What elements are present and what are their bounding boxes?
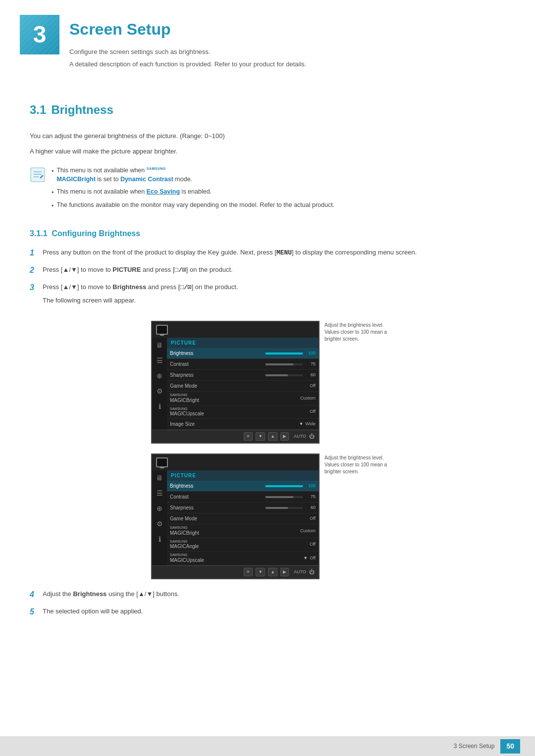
s2-magicupscale-value: Off	[310, 555, 316, 562]
note-line-3: • The functions available on the monitor…	[52, 201, 505, 211]
step-num-3: 3	[30, 282, 38, 294]
s2-btn-enter: ▶	[280, 568, 289, 577]
s2-brightness-bar	[266, 485, 303, 487]
bullet-3: •	[52, 202, 54, 211]
sidebar-icon-info: ℹ	[159, 400, 161, 413]
screen1-row-brightness: Brightness 100	[167, 348, 319, 359]
s2-magicangle-value: Off	[310, 541, 316, 548]
note-line-1: • This menu is not available when SAMSUN…	[52, 166, 505, 185]
screen1-row-imagesize: Image Size ▼ Wide	[167, 419, 319, 430]
chapter-number: 3	[33, 17, 47, 52]
step-5: 5 The selected option will be applied.	[30, 606, 505, 618]
sidebar-icon-menu: ☰	[157, 354, 163, 367]
screen2-row-brightness: Brightness 100	[167, 481, 319, 492]
monitor-icon-2	[156, 457, 168, 467]
s2-sharpness-fill	[266, 507, 288, 509]
screen1-row-gamemode: Game Mode Off	[167, 381, 319, 392]
section-31-para1: You can adjust the general brightness of…	[30, 131, 505, 142]
s2-sharpness-value: 60	[305, 504, 316, 511]
s2-brightness-label: Brightness	[170, 482, 266, 490]
screen2-sidebar: 🖥 ☰ ⊕ ⚙ ℹ	[152, 470, 167, 565]
s2-btn-x: ✕	[244, 568, 253, 577]
imagesize-value: Wide	[305, 421, 316, 428]
sharpness-bar	[266, 374, 303, 376]
step-3-sub: The following screen will appear.	[43, 296, 238, 306]
step-num-5: 5	[30, 606, 38, 618]
brightness-bold-ref: Brightness	[73, 590, 107, 598]
step-text-3: Press [▲/▼] to move to Brightness and pr…	[43, 283, 238, 291]
gamemode-value: Off	[310, 383, 316, 390]
s2-magicbright-label: SAMSUNGMAGICBright	[170, 526, 300, 536]
note-icon	[30, 167, 46, 183]
row-magicbright-label: SAMSUNGMAGICBright	[170, 393, 300, 403]
screen1-sidebar: 🖥 ☰ ⊕ ⚙ ℹ	[152, 338, 167, 430]
s2-gamemode-value: Off	[310, 515, 316, 522]
s2-sidebar-icon-info: ℹ	[159, 533, 161, 546]
s2-btn-down: ▼	[256, 568, 265, 577]
step-1: 1 Press any button on the front of the p…	[30, 248, 505, 259]
screen2-menu-title: PICTURE	[167, 470, 319, 481]
screen1-note: Adjust the brightness level. Values clos…	[324, 321, 394, 343]
screen1-bottom-bar: ✕ ▼ ▲ ▶ AUTO ⏻	[152, 430, 319, 443]
screen1-body: 🖥 ☰ ⊕ ⚙ ℹ PICTURE Brightness	[152, 338, 319, 430]
note-text-3: The functions available on the monitor m…	[56, 201, 334, 210]
screen2-row-magicangle: SAMSUNGMAGICAngle Off	[167, 538, 319, 552]
s2-btn-auto: AUTO	[294, 569, 306, 576]
s2-sidebar-icon-monitor: 🖥	[156, 471, 163, 485]
monitor-icon-1	[156, 325, 168, 335]
magicbright-value: Custom	[300, 395, 316, 402]
screen2-row-gamemode: Game Mode Off	[167, 513, 319, 524]
screen1-menu-title: PICTURE	[167, 338, 319, 348]
row-contrast-label: Contrast	[170, 360, 266, 368]
s2-gamemode-label: Game Mode	[170, 515, 310, 522]
screen1-row-contrast: Contrast 75	[167, 359, 319, 370]
s2-sharpness-bar	[266, 507, 303, 509]
section-31-number: 3.1	[30, 103, 46, 116]
picture-ref: PICTURE	[112, 266, 141, 273]
screen1-row-sharpness: Sharpness 60	[167, 370, 319, 381]
brightness-bar-fill	[266, 353, 303, 354]
row-brightness-label: Brightness	[170, 350, 266, 357]
step-num-2: 2	[30, 264, 38, 276]
section-31-title: 3.1Brightness	[30, 101, 505, 121]
section-31-para2: A higher value will make the picture app…	[30, 147, 505, 157]
sidebar-icon-gear: ⚙	[157, 385, 163, 398]
steps-list-2: 4 Adjust the Brightness using the [▲/▼] …	[30, 589, 505, 618]
sharpness-bar-fill	[266, 374, 288, 376]
screen1-mockup: 🖥 ☰ ⊕ ⚙ ℹ PICTURE Brightness	[151, 321, 320, 444]
contrast-value: 75	[305, 361, 316, 368]
svg-rect-0	[31, 168, 45, 182]
note-text-1: This menu is not available when SAMSUNGM…	[56, 166, 192, 185]
screen2-row-contrast: Contrast 75	[167, 492, 319, 503]
chapter-desc2: A detailed description of each function …	[69, 59, 306, 69]
screen1-wrapper: 🖥 ☰ ⊕ ⚙ ℹ PICTURE Brightness	[151, 321, 394, 444]
s2-magicangle-label: SAMSUNGMAGICAngle	[170, 540, 310, 550]
brightness-bar	[266, 353, 303, 354]
step-text-5: The selected option will be applied.	[43, 606, 505, 617]
row-imagesize-label: Image Size	[170, 420, 299, 428]
sidebar-icon-monitor: 🖥	[156, 339, 163, 352]
magicupscale-value: Off	[310, 408, 316, 415]
row-sharpness-label: Sharpness	[170, 371, 266, 379]
screen2-top-bar	[152, 454, 319, 470]
s2-magicbright-value: Custom	[300, 528, 316, 535]
step-text-1: Press any button on the front of the pro…	[43, 248, 505, 258]
screen2-note: Adjust the brightness level. Values clos…	[324, 454, 394, 475]
step-num-1: 1	[30, 247, 38, 259]
row-gamemode-label: Game Mode	[170, 382, 310, 390]
step-text-2: Press [▲/▼] to move to PICTURE and press…	[43, 265, 505, 276]
screen2-row-magicbright: SAMSUNGMAGICBright Custom	[167, 524, 319, 538]
btn-auto: AUTO	[294, 433, 306, 440]
s2-contrast-label: Contrast	[170, 493, 266, 501]
s2-contrast-value: 75	[305, 494, 316, 501]
screen2-wrapper: 🖥 ☰ ⊕ ⚙ ℹ PICTURE Brightness	[151, 454, 394, 579]
screen1-row-magicbright: SAMSUNGMAGICBright Custom	[167, 392, 319, 405]
bullet-2: •	[52, 188, 54, 198]
step-2: 2 Press [▲/▼] to move to PICTURE and pre…	[30, 265, 505, 276]
sharpness-value: 60	[305, 372, 316, 379]
s2-upscale-arrow: ▼	[303, 555, 308, 562]
screen2-menu-content: PICTURE Brightness 100 Contrast	[167, 470, 319, 565]
sidebar-icon-settings: ⊕	[157, 369, 162, 383]
s2-contrast-bar	[266, 496, 303, 498]
s2-sidebar-icon-gear: ⚙	[157, 517, 163, 531]
